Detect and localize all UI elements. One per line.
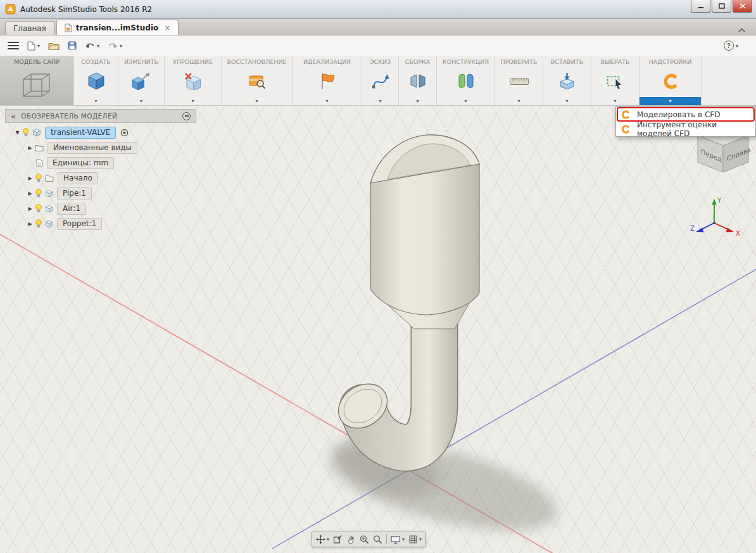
- select-icon: [607, 65, 624, 97]
- z-axis-label: Z: [690, 225, 695, 232]
- tree-collapsed-icon[interactable]: ▶: [25, 221, 35, 227]
- cad-model-icon: [20, 65, 53, 105]
- close-button[interactable]: [733, 0, 752, 13]
- measure-ruler-icon: [509, 65, 529, 97]
- ribbon-group-label: ИДЕАЛИЗАЦИЯ: [303, 58, 351, 65]
- ribbon-collapse-button[interactable]: [738, 23, 746, 35]
- ribbon-group-inspect[interactable]: ПРОВЕРИТЬ ▾: [495, 56, 543, 105]
- ribbon-group-modify[interactable]: ИЗМЕНИТЬ ▾: [118, 56, 165, 105]
- tree-row-units[interactable]: Единицы: mm: [5, 155, 201, 170]
- display-settings-button[interactable]: ▾: [391, 535, 405, 544]
- part-cube-icon: [45, 220, 53, 228]
- tree-node-root[interactable]: transient-VALVE: [45, 127, 116, 139]
- tree-collapsed-icon[interactable]: ▶: [25, 145, 35, 151]
- construction-planes-icon: [457, 65, 476, 97]
- undo-button[interactable]: ▾: [85, 42, 99, 49]
- lightbulb-icon[interactable]: [22, 128, 30, 137]
- new-file-button[interactable]: ▾: [27, 41, 40, 51]
- ground-dot-icon[interactable]: [120, 129, 129, 137]
- redo-button[interactable]: ▾: [108, 42, 122, 49]
- ribbon-group-insert[interactable]: ВСТАВИТЬ ▾: [543, 56, 591, 105]
- menu-item-label: Моделировать в CFD: [637, 110, 721, 119]
- ribbon-dropdown[interactable]: ▾: [165, 97, 221, 105]
- simplify-icon: [184, 65, 202, 97]
- ribbon-group-simplify[interactable]: УПРОЩЕНИЕ ▾: [165, 56, 222, 105]
- open-file-button[interactable]: [48, 42, 60, 50]
- save-button[interactable]: [68, 41, 77, 50]
- tab-home[interactable]: Главная: [5, 22, 54, 35]
- pan-button[interactable]: ▾: [316, 535, 329, 544]
- ribbon-dropdown[interactable]: ▾: [293, 97, 362, 105]
- tree-node-label[interactable]: Именованные виды: [47, 142, 137, 154]
- ribbon-dropdown[interactable]: ▾: [362, 97, 398, 105]
- tree-row-named-views[interactable]: ▶ Именованные виды: [5, 140, 201, 155]
- collapse-all-button[interactable]: [182, 112, 191, 120]
- zoom-fit-button[interactable]: [373, 535, 382, 544]
- model-browser-header[interactable]: « ОБОЗРЕВАТЕЛЬ МОДЕЛЕЙ: [5, 109, 196, 123]
- ribbon-dropdown[interactable]: ▾: [222, 97, 292, 105]
- previous-view-button[interactable]: [333, 535, 343, 544]
- tree-row-air[interactable]: ▶ Air:1: [5, 201, 201, 216]
- chevron-up-icon: [738, 28, 746, 33]
- tree-row-poppet[interactable]: ▶ Poppet:1: [5, 216, 201, 231]
- tab-close-icon[interactable]: ×: [164, 24, 170, 32]
- tab-home-label: Главная: [13, 24, 46, 33]
- ribbon-group-assembly[interactable]: СБОРКА ▾: [399, 56, 437, 105]
- ribbon-group-label: СБОРКА: [405, 58, 431, 65]
- lightbulb-icon[interactable]: [35, 174, 42, 182]
- ribbon-group-construction[interactable]: КОНСТРУКЦИЯ ▾: [437, 56, 495, 105]
- tree-node-label[interactable]: Единицы: mm: [47, 157, 114, 169]
- tree-node-label[interactable]: Poppet:1: [57, 218, 102, 230]
- ribbon-dropdown-open[interactable]: ▾: [639, 97, 701, 105]
- ribbon-group-idealize[interactable]: ИДЕАЛИЗАЦИЯ ▾: [293, 56, 362, 105]
- ribbon-group-select[interactable]: ВЫБРАТЬ ▾: [591, 56, 639, 105]
- tree-expanded-icon[interactable]: ▼: [13, 130, 22, 136]
- ribbon-dropdown[interactable]: ▾: [399, 97, 436, 105]
- panel-collapse-icon[interactable]: «: [11, 112, 16, 120]
- model-browser-title: ОБОЗРЕВАТЕЛЬ МОДЕЛЕЙ: [21, 112, 117, 120]
- maximize-button[interactable]: [712, 0, 731, 13]
- caret-down-icon: ▾: [669, 98, 671, 104]
- app-menu-button[interactable]: [8, 42, 19, 49]
- tree-node-label[interactable]: Air:1: [57, 203, 86, 215]
- monitor-icon: [391, 535, 401, 544]
- window-title: Autodesk SimStudio Tools 2016 R2: [20, 5, 152, 14]
- ribbon-dropdown[interactable]: ▾: [591, 97, 639, 105]
- cfd-icon: [621, 110, 630, 119]
- tree-row-pipe[interactable]: ▶ Pipe:1: [5, 186, 201, 201]
- minimize-button[interactable]: [691, 0, 710, 13]
- tree-collapsed-icon[interactable]: ▶: [25, 206, 35, 212]
- tree-node-label[interactable]: Начало: [58, 172, 98, 184]
- grid-settings-button[interactable]: ▾: [408, 535, 422, 544]
- tree-collapsed-icon[interactable]: ▶: [25, 175, 35, 181]
- tab-document[interactable]: transien...imStudio ×: [56, 20, 179, 35]
- ribbon-group-repair[interactable]: ВОССТАНОВЛЕНИЕ ▾: [222, 56, 293, 105]
- ribbon-group-label: ВОССТАНОВЛЕНИЕ: [227, 58, 286, 65]
- tree-row-root[interactable]: ▼ transient-VALVE: [5, 125, 201, 140]
- ribbon-dropdown[interactable]: ▾: [437, 97, 495, 105]
- tree-collapsed-icon[interactable]: ▶: [25, 191, 35, 196]
- ribbon-group-label: ПРОВЕРИТЬ: [500, 58, 537, 65]
- ribbon-dropdown[interactable]: ▾: [495, 97, 543, 105]
- caret-down-icon: ▾: [565, 98, 568, 104]
- ribbon-group-create[interactable]: СОЗДАТЬ ▾: [74, 56, 118, 105]
- orbit-hand-button[interactable]: [346, 535, 356, 544]
- ribbon-filler: [702, 56, 756, 105]
- window-controls: [690, 0, 752, 13]
- tree-node-label[interactable]: Pipe:1: [57, 188, 92, 200]
- valve-model[interactable]: [330, 135, 479, 448]
- lightbulb-icon[interactable]: [35, 204, 42, 213]
- ribbon-dropdown[interactable]: ▾: [543, 97, 591, 105]
- zoom-window-button[interactable]: [360, 535, 369, 544]
- lightbulb-icon[interactable]: [35, 219, 42, 228]
- lightbulb-icon[interactable]: [35, 189, 42, 198]
- tree-row-origin[interactable]: ▶ Начало: [5, 170, 201, 186]
- menu-item-cfd-evaluation-tool[interactable]: Инструмент оценки моделей CFD: [616, 122, 755, 136]
- ribbon-group-addins[interactable]: НАДСТРОЙКИ ▾: [639, 56, 702, 105]
- ribbon-dropdown[interactable]: ▾: [118, 97, 164, 105]
- ribbon-dropdown[interactable]: ▾: [74, 97, 118, 105]
- ribbon-group-sketch[interactable]: ЭСКИЗ ▾: [362, 56, 399, 105]
- ribbon-group-model-sapr[interactable]: МОДЕЛЬ САПР: [0, 56, 74, 105]
- help-button[interactable]: ? ▾: [724, 41, 738, 51]
- modify-icon: [132, 65, 151, 97]
